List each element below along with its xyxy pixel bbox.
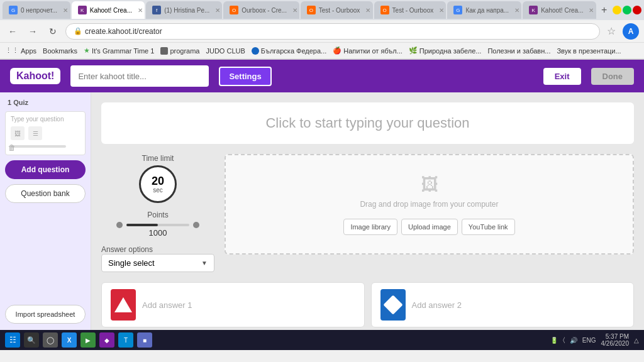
close-button[interactable] (633, 6, 641, 14)
add-question-button[interactable]: Add question (5, 160, 86, 179)
points-slider-row (116, 222, 199, 228)
refresh-button[interactable]: ↻ (45, 24, 60, 39)
drinks-label: Напитки от ябъл... (343, 47, 402, 55)
tab-4[interactable]: O Ourboox - Cre... ✕ (223, 1, 299, 19)
points-section: Points 1000 (101, 211, 214, 238)
bg-fed-label: Българска Федера... (261, 47, 326, 55)
bookmark-bookmarks[interactable]: Bookmarks (43, 47, 77, 55)
taskbar-search[interactable]: 🔍 (24, 332, 39, 348)
tab-close-7[interactable]: ✕ (514, 7, 519, 14)
url-input[interactable]: 🔒 create.kahoot.it/creator (65, 23, 600, 40)
question-card[interactable]: Type your question 🖼 ☰ 🗑 (5, 111, 86, 155)
points-slider[interactable] (126, 224, 189, 226)
tab-3[interactable]: f (1) Hristina Pe... ✕ (146, 1, 222, 19)
question-bank-button[interactable]: Question bank (5, 184, 86, 203)
tab-close-6[interactable]: ✕ (439, 7, 444, 14)
tab-7[interactable]: G Как да напра... ✕ (447, 1, 521, 19)
bookmark-bg-fed[interactable]: Българска Федера... (252, 47, 326, 55)
start-button[interactable]: ☷ (5, 332, 20, 348)
answer-1-label: Add answer 1 (142, 300, 192, 310)
maximize-button[interactable] (623, 6, 631, 14)
answer-options-section: Answer options Single select ▼ (101, 245, 214, 272)
tab-close-2[interactable]: ✕ (138, 7, 143, 14)
question-type-icons: 🖼 ☰ (11, 126, 80, 140)
tab-label-4: Ourboox - Cre... (242, 7, 287, 14)
new-tab-button[interactable]: + (597, 3, 611, 18)
back-button[interactable]: ← (5, 24, 20, 39)
youtube-link-button[interactable]: YouTube link (462, 219, 515, 235)
tab-close-8[interactable]: ✕ (589, 7, 594, 14)
bookmark-grammar[interactable]: ★ It's Grammar Time 1 (84, 47, 154, 55)
vscode-icon: ▶ (86, 337, 91, 344)
tab-close-5[interactable]: ✕ (365, 7, 370, 14)
bookmarks-label: Bookmarks (43, 47, 77, 55)
bookmark-apps-label: Apps (21, 47, 36, 55)
bookmark-nature[interactable]: 🌿 Природна забеле... (409, 47, 482, 55)
tab-favicon-1: G (9, 6, 18, 14)
done-button[interactable]: Done (591, 68, 635, 85)
taskbar-excel[interactable]: X (62, 332, 77, 348)
bookmark-star-icon[interactable]: ☆ (605, 25, 618, 38)
answer-1[interactable]: Add answer 1 (101, 282, 365, 327)
battery-icon: 🔋 (550, 337, 558, 344)
tab-5[interactable]: O Test - Ourboox ✕ (301, 1, 373, 19)
settings-button[interactable]: Settings (219, 67, 271, 86)
import-spreadsheet-button[interactable]: Import spreadsheet (5, 305, 86, 324)
lang-label: ENG (582, 337, 596, 344)
grammar-label: It's Grammar Time 1 (92, 47, 154, 55)
tab-label-1: 0 непрочет... (21, 7, 57, 14)
app7-icon: ■ (143, 337, 147, 344)
forward-button[interactable]: → (25, 24, 40, 39)
tab-favicon-8: K (529, 6, 538, 14)
bookmark-judo[interactable]: JUDO CLUB (206, 47, 245, 55)
time-circle[interactable]: 20 sec (139, 165, 177, 203)
taskbar-time-value: 5:37 PM (601, 333, 630, 340)
teams-icon: T (124, 337, 128, 344)
address-bar: ← → ↻ 🔒 create.kahoot.it/creator ☆ A (0, 20, 644, 43)
answer-1-shape (111, 289, 136, 321)
minimize-button[interactable] (613, 6, 621, 14)
bookmark-programa[interactable]: programa (160, 47, 199, 55)
tab-1[interactable]: G 0 непрочет... ✕ (3, 1, 70, 19)
tab-close-1[interactable]: ✕ (63, 7, 68, 14)
tab-2[interactable]: K Kahoot! Crea... ✕ (72, 1, 145, 19)
upload-image-button[interactable]: Upload image (401, 219, 458, 235)
tab-6[interactable]: O Test - Ourboox ✕ (374, 1, 447, 19)
answer-type-value: Single select (108, 258, 155, 268)
question-title-area[interactable]: Click to start typing your question (101, 102, 634, 144)
taskbar-vscode[interactable]: ▶ (80, 332, 96, 348)
tab-close-4[interactable]: ✕ (292, 7, 297, 14)
taskbar-app5[interactable]: ◆ (99, 332, 114, 348)
delete-icon[interactable]: 🗑 (8, 143, 16, 152)
bookmark-apps[interactable]: ⋮⋮ Apps (5, 47, 36, 55)
slider-handle-right (193, 222, 199, 228)
exit-button[interactable]: Exit (543, 68, 581, 85)
taskbar: ☷ 🔍 ◯ X ▶ ◆ T ■ 🔋 〈 🔊 ENG 5:37 PM 4/26/2… (0, 330, 644, 350)
answer-options-label: Answer options (101, 245, 214, 254)
volume-icon: 🔊 (570, 337, 577, 344)
judo-label: JUDO CLUB (206, 47, 245, 55)
taskbar-teams[interactable]: T (118, 332, 133, 348)
tab-favicon-6: O (380, 6, 389, 14)
drinks-icon: 🍎 (333, 47, 341, 55)
bookmarks-bar: ⋮⋮ Apps Bookmarks ★ It's Grammar Time 1 … (0, 43, 644, 59)
image-drop-area[interactable]: 🖼 Drag and drop image from your computer… (225, 154, 634, 255)
browser-chrome: G 0 непрочет... ✕ K Kahoot! Crea... ✕ f … (0, 0, 644, 60)
tab-favicon-7: G (453, 6, 462, 14)
tab-close-3[interactable]: ✕ (215, 7, 220, 14)
lock-icon: 🔒 (74, 27, 82, 35)
taskbar-app7[interactable]: ■ (137, 332, 152, 348)
bookmark-useful[interactable]: Полезни и забавн... (487, 47, 550, 55)
taskbar-chrome[interactable]: ◯ (43, 332, 58, 348)
main-layout: 1 Quiz Type your question 🖼 ☰ 🗑 Add ques… (0, 92, 644, 330)
answer-type-select[interactable]: Single select ▼ (101, 254, 214, 272)
profile-avatar[interactable]: A (623, 23, 639, 40)
taskbar-datetime: 5:37 PM 4/26/2020 (601, 333, 630, 347)
bookmark-sound[interactable]: Звук в презентаци... (557, 47, 621, 55)
answer-2[interactable]: Add answer 2 (371, 282, 635, 327)
bookmark-drinks[interactable]: 🍎 Напитки от ябъл... (333, 47, 402, 55)
image-library-button[interactable]: Image library (343, 219, 397, 235)
tab-8[interactable]: K Kahoot! Crea... ✕ (523, 1, 596, 19)
apps-icon: ⋮⋮ (5, 47, 19, 55)
kahoot-title-input[interactable] (70, 65, 209, 87)
